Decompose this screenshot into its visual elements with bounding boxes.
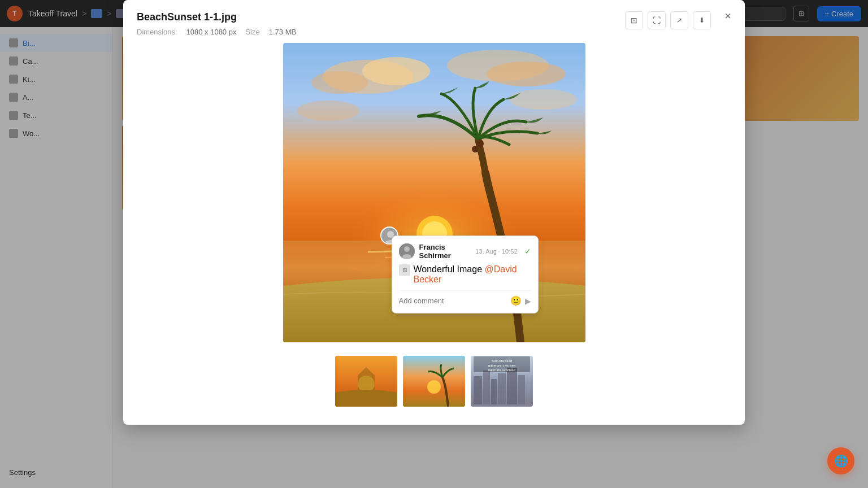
crop-icon: ⊡ (631, 16, 637, 25)
comment-text: Wonderful Image (414, 264, 483, 274)
download-icon: ⬇ (699, 16, 705, 24)
thumbnail-2[interactable] (403, 356, 465, 407)
svg-text:Stot cita kasd: Stot cita kasd (492, 359, 512, 363)
svg-rect-32 (498, 373, 506, 404)
download-button[interactable]: ⬇ (693, 11, 711, 29)
comment-user-avatar (399, 243, 415, 259)
svg-rect-25 (358, 376, 375, 390)
dialog-toolbar: ⊡ ⛶ ↗ ⬇ (625, 11, 711, 29)
comment-content-row: 🖼 Wonderful Image @David Becker (399, 264, 531, 285)
thumbnail-3[interactable]: Stot cita kasd gubergren, no sea takimat… (471, 356, 533, 407)
expand-tool-button[interactable]: ⛶ (648, 11, 666, 29)
thumb-2-image (403, 356, 465, 407)
thumb-1-image (335, 356, 397, 407)
svg-point-27 (427, 380, 441, 394)
svg-point-16 (472, 146, 479, 152)
image-dialog: × ⊡ ⛶ ↗ ⬇ BeachSunset 1-1.jpg Dimensions… (123, 0, 745, 425)
size-value: 1.73 MB (269, 28, 296, 36)
comment-pin[interactable]: Francis Schirmer 13. Aug · 10:52 ✓ 🖼 Won… (380, 226, 398, 245)
dimensions-label: Dimensions: (137, 28, 177, 36)
svg-rect-31 (491, 379, 497, 404)
fab-button[interactable]: 🌐 (827, 447, 854, 474)
size-label: Size (245, 28, 259, 36)
comment-username: Francis Schirmer (419, 243, 471, 260)
thumbnail-1[interactable] (335, 356, 397, 407)
send-comment-button[interactable]: ▶ (525, 297, 531, 306)
comment-text-content: Wonderful Image @David Becker (414, 264, 531, 285)
svg-rect-33 (507, 368, 517, 404)
fab-icon: 🌐 (834, 454, 848, 468)
svg-point-8 (487, 62, 566, 86)
thumb-3-image: Stot cita kasd gubergren, no sea takimat… (471, 356, 533, 404)
comment-user-row: Francis Schirmer 13. Aug · 10:52 ✓ (399, 243, 531, 260)
comment-timestamp: 13. Aug · 10:52 (475, 248, 517, 255)
comment-input-row[interactable]: 🙂 ▶ (399, 290, 531, 306)
svg-point-10 (297, 101, 359, 121)
dialog-overlay: × ⊡ ⛶ ↗ ⬇ BeachSunset 1-1.jpg Dimensions… (0, 0, 868, 488)
image-container: Francis Schirmer 13. Aug · 10:52 ✓ 🖼 Won… (283, 43, 585, 342)
svg-text:takimata sanctus?: takimata sanctus? (488, 368, 516, 372)
thumbnail-strip: Stot cita kasd gubergren, no sea takimat… (137, 351, 731, 411)
dimensions-value: 1080 x 1080 px (186, 28, 237, 36)
svg-rect-34 (518, 375, 525, 404)
svg-point-6 (311, 71, 368, 94)
comment-add-input[interactable] (399, 297, 507, 305)
comment-check-icon[interactable]: ✓ (524, 247, 531, 256)
emoji-button[interactable]: 🙂 (510, 295, 522, 306)
svg-point-5 (362, 57, 430, 85)
crop-tool-button[interactable]: ⊡ (625, 11, 643, 29)
comment-bubble: Francis Schirmer 13. Aug · 10:52 ✓ 🖼 Won… (392, 236, 539, 313)
external-link-icon: ↗ (676, 16, 682, 24)
comment-image-icon: 🖼 (399, 264, 410, 276)
svg-text:gubergren, no sea: gubergren, no sea (488, 364, 516, 367)
svg-point-9 (509, 89, 577, 110)
svg-rect-30 (483, 371, 490, 404)
expand-icon: ⛶ (653, 16, 661, 25)
dialog-close-button[interactable]: × (720, 8, 736, 24)
image-display-area: Francis Schirmer 13. Aug · 10:52 ✓ 🖼 Won… (137, 43, 731, 342)
svg-point-21 (404, 246, 410, 252)
svg-rect-29 (474, 376, 482, 404)
external-link-button[interactable]: ↗ (670, 11, 688, 29)
